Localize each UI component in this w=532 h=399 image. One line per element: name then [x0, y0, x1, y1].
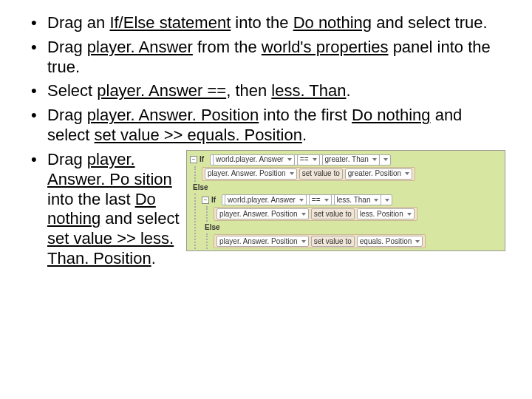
text: into the [231, 13, 293, 32]
text: and select [100, 209, 179, 228]
val-box[interactable]: equals. Position [357, 236, 423, 247]
set-box[interactable]: set value to [311, 236, 355, 247]
if-keyword: If [200, 155, 204, 164]
chevron-down-icon [385, 199, 389, 202]
if-keyword: If [211, 196, 216, 205]
else-keyword: Else [190, 182, 503, 194]
if-body-inner: player. Answer. Position set value to le… [206, 206, 503, 222]
else-keyword: Else [202, 222, 503, 233]
text: and select true. [372, 13, 488, 32]
if-row-inner[interactable]: − If world.player. Answer == less. Than [202, 194, 503, 206]
text: . [151, 249, 156, 267]
underline: player. Answer == [97, 81, 226, 100]
chevron-down-icon [324, 199, 329, 202]
underline: set value >> equals. Position [95, 126, 302, 144]
code-panel: − If world.player. Answer == greater. Th… [186, 150, 505, 251]
text: Drag [47, 106, 87, 124]
cond-box[interactable]: world.player. Answer == greater. Than [210, 154, 391, 166]
label: world.player. Answer [228, 196, 296, 205]
label: == [300, 155, 309, 164]
bullet-1: Drag an If/Else statement into the Do no… [27, 13, 505, 33]
text: , then [226, 81, 271, 100]
label: set value to [314, 210, 352, 219]
text: . [346, 81, 350, 100]
label: world.player. Answer [216, 155, 284, 164]
val-box[interactable]: less. Position [357, 208, 415, 219]
bullet-5-text: Drag player. Answer. Po sition into the … [47, 150, 180, 269]
var-box[interactable]: player. Answer. Position [205, 168, 297, 180]
text: Drag [47, 150, 87, 168]
val-box[interactable]: greater. Position [345, 168, 412, 180]
underline: If/Else statement [109, 13, 231, 32]
var-box[interactable]: world.player. Answer [213, 154, 295, 166]
text: from the [193, 38, 262, 56]
label: player. Answer. Position [219, 210, 298, 219]
chevron-down-icon [290, 172, 294, 175]
chevron-down-icon [407, 213, 412, 216]
bullet-4: Drag player. Answer. Position into the f… [27, 106, 505, 146]
underline: player. Answer. Position [87, 106, 259, 124]
chevron-down-icon [301, 213, 306, 216]
val-box[interactable]: less. Than [334, 194, 382, 205]
set-row-2[interactable]: player. Answer. Position set value to le… [214, 206, 503, 222]
text: . [302, 126, 307, 144]
chevron-down-icon [372, 158, 377, 161]
underline: Do nothing [293, 13, 372, 32]
text: into the last [47, 190, 135, 208]
else-body-outer: − If world.player. Answer == less. Than [194, 194, 503, 249]
if-row-outer[interactable]: − If world.player. Answer == greater. Th… [190, 154, 503, 166]
label: equals. Position [360, 237, 412, 246]
bullet-3: Select player. Answer ==, then less. Tha… [27, 81, 505, 101]
text: into the first [259, 106, 352, 124]
label: less. Position [360, 210, 403, 219]
text: Drag an [47, 13, 109, 32]
set-row-3[interactable]: player. Answer. Position set value to eq… [214, 233, 503, 249]
if-body-outer: player. Answer. Position set value to gr… [194, 166, 503, 182]
var-box[interactable]: player. Answer. Position [216, 208, 309, 219]
cond-box[interactable]: world.player. Answer == less. Than [222, 194, 392, 205]
var-box[interactable]: world.player. Answer [225, 194, 307, 205]
collapse-icon[interactable]: − [202, 197, 209, 204]
chevron-down-icon [313, 158, 317, 161]
var-box[interactable]: player. Answer. Position [216, 236, 309, 247]
set-row-1[interactable]: player. Answer. Position set value to gr… [202, 166, 503, 182]
chevron-down-icon [374, 199, 378, 202]
label: == [312, 196, 321, 205]
set-box[interactable]: set value to [311, 208, 355, 219]
op-box[interactable]: == [297, 154, 320, 166]
label: less. Than [337, 196, 371, 205]
text: Drag [47, 38, 87, 56]
bullet-list: Drag an If/Else statement into the Do no… [27, 13, 505, 269]
underline: player. Answer [87, 38, 193, 56]
label: greater. Than [325, 155, 369, 164]
underline: less. Than [271, 81, 346, 100]
chevron-down-icon [299, 199, 304, 202]
bullet-5: Drag player. Answer. Po sition into the … [27, 150, 505, 269]
op-box[interactable]: == [309, 194, 332, 205]
underline: Do nothing [352, 106, 430, 124]
underline: world's properties [262, 38, 389, 56]
label: player. Answer. Position [219, 237, 298, 246]
code-screenshot: − If world.player. Answer == greater. Th… [186, 150, 505, 251]
label: set value to [314, 237, 352, 246]
slide: Drag an If/Else statement into the Do no… [0, 0, 532, 399]
chevron-down-icon [383, 158, 388, 161]
val-box[interactable]: greater. Than [322, 154, 380, 166]
chevron-down-icon [301, 240, 306, 243]
label: greater. Position [348, 169, 401, 178]
else-body-inner: player. Answer. Position set value to eq… [206, 233, 503, 249]
chevron-down-icon [415, 240, 420, 243]
set-pill[interactable]: player. Answer. Position set value to gr… [202, 167, 415, 181]
set-pill[interactable]: player. Answer. Position set value to le… [214, 207, 417, 221]
bullet-2: Drag player. Answer from the world's pro… [27, 38, 505, 78]
chevron-down-icon [287, 158, 292, 161]
chevron-down-icon [405, 172, 409, 175]
text: Select [47, 81, 97, 100]
label: player. Answer. Position [208, 169, 286, 178]
set-box[interactable]: set value to [299, 168, 343, 180]
label: set value to [302, 169, 340, 178]
set-pill[interactable]: player. Answer. Position set value to eq… [214, 234, 426, 248]
collapse-icon[interactable]: − [190, 156, 197, 163]
